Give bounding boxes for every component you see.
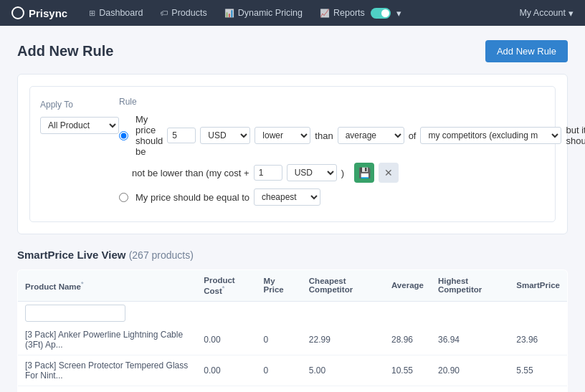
reports-toggle[interactable]: [371, 8, 391, 19]
dashboard-icon: ⊞: [89, 9, 95, 18]
nav-reports[interactable]: 📈 Reports ▾: [313, 4, 409, 23]
equal-select[interactable]: cheapest average highest: [254, 188, 320, 206]
basis-select[interactable]: average cheapest highest: [338, 127, 404, 144]
radio1-label: My price should be: [135, 114, 163, 157]
nav-products[interactable]: 🏷 Products: [153, 4, 214, 22]
competitor-select[interactable]: my competitors (excluding m my competito…: [420, 127, 561, 144]
col-cheapest: Cheapest Competitor: [302, 270, 384, 302]
nav-items: ⊞ Dashboard 🏷 Products 📊 Dynamic Pricing…: [82, 4, 519, 23]
table-row: [Upgraded Version] Runningsnail Emergenc…: [18, 386, 568, 392]
product-cost-cell: 0.00: [196, 355, 256, 386]
rule-card-columns: Apply To All Product Category Product Ru…: [40, 97, 545, 211]
product-select-wrapper: All Product Category Product: [40, 117, 119, 134]
rule-row-1: My price should be USD EUR GBP lower hig…: [119, 114, 585, 157]
product-name-cell: [3 Pack] Anker Powerline Lightning Cable…: [18, 325, 197, 355]
average-cell: 10.55: [384, 355, 431, 386]
average-cell: 25.61: [384, 386, 431, 392]
products-icon: 🏷: [160, 9, 168, 17]
smart-price-cell: 23.96: [509, 325, 567, 355]
cheapest-cell: 22.99: [302, 325, 384, 355]
col-highest: Highest Competitor: [431, 270, 509, 302]
apply-to-column: Apply To All Product Category Product: [40, 97, 119, 211]
empty-cell-2: [257, 301, 302, 325]
main-content: Add New Rule Add New Rule Apply To All P…: [0, 26, 585, 392]
rule-label: Rule: [119, 97, 585, 107]
col-product-name: Product Name*: [18, 270, 197, 302]
cheapest-cell: 5.00: [302, 355, 384, 386]
reports-icon: 📈: [320, 9, 330, 18]
search-cell: [18, 301, 197, 325]
currency-select-2[interactable]: USD EUR: [287, 164, 337, 181]
highest-cell: 36.94: [431, 325, 509, 355]
brand[interactable]: Prisync: [11, 6, 67, 19]
empty-cell-5: [431, 301, 509, 325]
smart-price-cell: 5.55: [509, 355, 567, 386]
product-name-cell: [Upgraded Version] Runningsnail Emergenc…: [18, 386, 197, 392]
product-cost-cell: 0.00: [196, 325, 256, 355]
direction-select[interactable]: lower higher: [255, 127, 310, 144]
save-rule-button[interactable]: 💾: [354, 163, 374, 183]
product-cost-cell: 0.00: [196, 386, 256, 392]
product-name-cell: [3 Pack] Screen Protector Tempered Glass…: [18, 355, 197, 386]
cheapest-cell: 25.40: [302, 386, 384, 392]
my-price-cell: 19.90: [257, 386, 302, 392]
table-row: [3 Pack] Anker Powerline Lightning Cable…: [18, 325, 568, 355]
nav-dynamic-pricing[interactable]: 📊 Dynamic Pricing: [217, 4, 310, 22]
rule-actions: 💾 ✕: [354, 163, 399, 183]
col-my-price: My Price: [257, 270, 302, 302]
empty-cell-6: [509, 301, 567, 325]
but-should-label: but it should: [566, 125, 585, 146]
my-price-cell: 0: [257, 325, 302, 355]
account-chevron: ▾: [569, 8, 574, 19]
my-account[interactable]: My Account ▾: [519, 8, 574, 19]
nav-dynamic-pricing-label: Dynamic Pricing: [238, 8, 303, 18]
than-label: than: [315, 130, 333, 141]
add-new-rule-button[interactable]: Add New Rule: [485, 40, 568, 62]
highest-cell: 25.95: [431, 386, 509, 392]
navbar: Prisync ⊞ Dashboard 🏷 Products 📊 Dynamic…: [0, 0, 585, 26]
product-search-input[interactable]: [25, 305, 125, 322]
rule-column: Rule My price should be USD EUR GBP lowe…: [119, 97, 585, 211]
section-title: SmartPrice Live View (267 products): [17, 249, 568, 261]
rule-card-inner: Apply To All Product Category Product Ru…: [29, 86, 556, 222]
account-label: My Account: [519, 8, 566, 18]
price-number-input[interactable]: [167, 128, 196, 143]
brand-name: Prisync: [29, 7, 67, 19]
nav-dashboard-label: Dashboard: [99, 8, 143, 18]
closing-paren: ): [341, 168, 344, 178]
empty-cell-1: [196, 301, 256, 325]
of-label: of: [409, 130, 417, 141]
empty-cell-4: [384, 301, 431, 325]
smart-price-table: Product Name* Product Cost* My Price Che…: [17, 269, 568, 392]
radio-price-equal[interactable]: [119, 193, 128, 202]
rule-card: Apply To All Product Category Product Ru…: [17, 74, 568, 234]
rule-row-2: My price should be equal to cheapest ave…: [119, 188, 585, 206]
average-cell: 28.96: [384, 325, 431, 355]
product-count: (267 products): [129, 249, 194, 261]
table-body: [3 Pack] Anker Powerline Lightning Cable…: [18, 325, 568, 392]
empty-cell-3: [302, 301, 384, 325]
currency-select-1[interactable]: USD EUR GBP: [200, 127, 250, 144]
radio2-label: My price should be equal to: [135, 192, 249, 203]
cancel-rule-button[interactable]: ✕: [379, 163, 399, 183]
page-title: Add New Rule: [17, 43, 113, 59]
table-header-row: Product Name* Product Cost* My Price Che…: [18, 270, 568, 302]
apply-to-label: Apply To: [40, 100, 119, 110]
highest-cell: 20.90: [431, 355, 509, 386]
table-title: SmartPrice Live View: [17, 249, 125, 261]
product-select[interactable]: All Product Category Product: [40, 117, 119, 134]
cost-plus-input[interactable]: [254, 165, 282, 181]
nav-products-label: Products: [171, 8, 206, 18]
not-lower-label: not be lower than (my cost +: [132, 168, 249, 178]
col-average: Average: [384, 270, 431, 302]
smart-price-cell: 20.61: [509, 386, 567, 392]
page-header: Add New Rule Add New Rule: [17, 40, 568, 62]
radio-price-lower[interactable]: [119, 131, 128, 140]
dynamic-pricing-icon: 📊: [224, 9, 234, 18]
nav-reports-label: Reports: [333, 8, 365, 18]
my-price-cell: 0: [257, 355, 302, 386]
reports-chevron: ▾: [396, 8, 401, 19]
rule-row-not-lower: not be lower than (my cost + USD EUR ) 💾…: [119, 163, 585, 183]
nav-dashboard[interactable]: ⊞ Dashboard: [82, 4, 150, 22]
logo-icon: [11, 6, 24, 19]
